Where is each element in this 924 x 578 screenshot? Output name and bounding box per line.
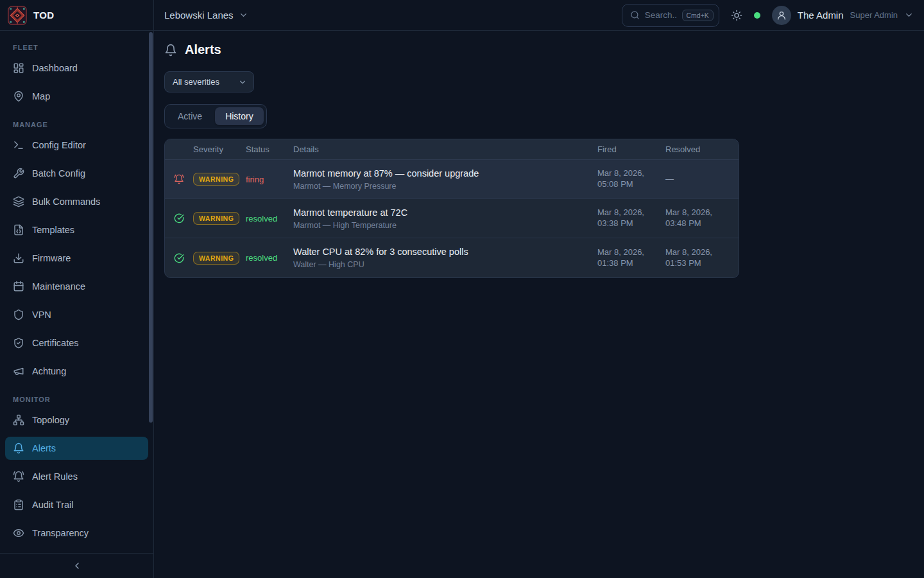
sidebar-item-dashboard[interactable]: Dashboard [5, 57, 148, 80]
sidebar-item-label: Certificates [32, 338, 79, 348]
download-icon [13, 252, 24, 264]
alerts-table-body: WARNINGfiringMarmot memory at 87% — cons… [165, 160, 739, 277]
sidebar-item-audit-trail[interactable]: Audit Trail [5, 493, 148, 516]
sidebar-item-label: Topology [32, 415, 69, 425]
sidebar-header: TOD [0, 0, 153, 31]
header-right-group: Cmd+K The Admin Super Admin [622, 4, 914, 27]
sidebar-item-certificates[interactable]: Certificates [5, 331, 148, 355]
sidebar-nav: FLEETDashboardMapMANAGEConfig EditorBatc… [0, 31, 153, 553]
alert-row[interactable]: WARNINGresolvedWalter CPU at 82% for 3 c… [165, 238, 739, 277]
theme-toggle-button[interactable] [731, 10, 742, 21]
bell-ring-icon [165, 174, 193, 184]
global-search[interactable]: Cmd+K [622, 4, 719, 27]
topology-icon [13, 414, 24, 426]
shield-icon [13, 309, 24, 320]
severity-cell: WARNING [193, 173, 246, 186]
dashboard-icon [13, 62, 24, 74]
layers-icon [13, 196, 24, 207]
sidebar-item-firmware[interactable]: Firmware [5, 247, 148, 270]
alerts-view-tabs: Active History [164, 104, 267, 128]
sidebar-collapse-button[interactable] [68, 557, 86, 575]
org-selector[interactable]: Lebowski Lanes [164, 10, 248, 21]
eye-icon [13, 527, 24, 539]
fired-cell: Mar 8, 2026, 03:38 PM [597, 207, 665, 229]
connection-status-dot [754, 12, 760, 19]
fired-cell: Mar 8, 2026, 01:38 PM [597, 247, 665, 269]
sun-icon [731, 10, 742, 21]
alert-row[interactable]: WARNINGfiringMarmot memory at 87% — cons… [165, 160, 739, 199]
alert-subtitle: Marmot — Memory Pressure [293, 182, 587, 191]
search-input[interactable] [645, 10, 677, 20]
bell-ring-icon [13, 471, 24, 482]
sidebar-item-label: Audit Trail [32, 500, 73, 510]
sidebar-item-batch-config[interactable]: Batch Config [5, 162, 148, 185]
column-status: Status [246, 144, 293, 154]
nav-section-label-fleet: FLEET [5, 44, 148, 51]
sidebar-item-map[interactable]: Map [5, 85, 148, 108]
sidebar-scrollbar[interactable] [149, 32, 153, 423]
sidebar-item-templates[interactable]: Templates [5, 218, 148, 241]
sidebar-item-topology[interactable]: Topology [5, 408, 148, 432]
search-icon [630, 10, 640, 20]
sidebar-item-label: Config Editor [32, 140, 86, 150]
bell-icon [13, 442, 24, 454]
resolved-cell: Mar 8, 2026, 01:53 PM [665, 247, 739, 269]
severity-badge: WARNING [193, 173, 239, 186]
megaphone-icon [13, 365, 24, 377]
sidebar-item-alert-rules[interactable]: Alert Rules [5, 465, 148, 488]
details-cell: Walter CPU at 82% for 3 consecutive poll… [293, 240, 597, 276]
tab-active[interactable]: Active [167, 107, 212, 125]
column-severity: Severity [193, 144, 246, 154]
sidebar-item-achtung[interactable]: Achtung [5, 360, 148, 383]
sidebar-footer [0, 553, 153, 578]
sidebar-item-maintenance[interactable]: Maintenance [5, 275, 148, 298]
brand-logo-icon [8, 6, 27, 25]
alerts-table: Severity Status Details Fired Resolved W… [164, 139, 739, 278]
severity-filter-select[interactable]: All severities [164, 71, 254, 92]
wrench-icon [13, 168, 24, 179]
terminal-icon [13, 139, 24, 151]
severity-badge: WARNING [193, 252, 239, 265]
sidebar-item-label: Firmware [32, 253, 71, 263]
main-content: Alerts All severities Active History Sev… [154, 31, 924, 578]
map-pin-icon [13, 91, 24, 102]
page-title-row: Alerts [164, 42, 914, 57]
app-root: TOD FLEETDashboardMapMANAGEConfig Editor… [0, 0, 924, 578]
sidebar-item-config-editor[interactable]: Config Editor [5, 134, 148, 157]
page-title: Alerts [185, 42, 221, 57]
sidebar-item-vpn[interactable]: VPN [5, 303, 148, 326]
sidebar-item-label: Maintenance [32, 281, 85, 292]
sidebar-item-alerts[interactable]: Alerts [5, 437, 148, 460]
status-cell: resolved [246, 214, 293, 223]
severity-cell: WARNING [193, 252, 246, 265]
brand-name: TOD [33, 10, 54, 21]
nav-section-label-manage: MANAGE [5, 121, 148, 128]
search-shortcut-badge: Cmd+K [682, 10, 714, 21]
sidebar: TOD FLEETDashboardMapMANAGEConfig Editor… [0, 0, 154, 578]
alert-subtitle: Marmot — High Temperature [293, 221, 587, 230]
fired-cell: Mar 8, 2026, 05:08 PM [597, 168, 665, 190]
user-menu[interactable]: The Admin Super Admin [772, 6, 914, 25]
org-selector-label: Lebowski Lanes [164, 10, 234, 21]
top-header: Lebowski Lanes Cmd+K The Admin Super Adm… [154, 0, 924, 31]
alert-subtitle: Walter — High CPU [293, 260, 587, 269]
column-fired: Fired [597, 144, 665, 154]
sidebar-item-bulk-commands[interactable]: Bulk Commands [5, 190, 148, 213]
alert-title: Marmot memory at 87% — consider upgrade [293, 168, 587, 179]
resolved-cell: Mar 8, 2026, 03:48 PM [665, 207, 739, 229]
resolved-cell: — [665, 174, 739, 185]
sidebar-item-label: Batch Config [32, 168, 85, 179]
calendar-icon [13, 281, 24, 292]
sidebar-item-label: Bulk Commands [32, 197, 100, 207]
sidebar-item-label: Transparency [32, 528, 89, 538]
severity-cell: WARNING [193, 212, 246, 225]
user-role: Super Admin [850, 10, 898, 20]
severity-filter-value: All severities [173, 77, 219, 87]
sidebar-item-label: VPN [32, 310, 51, 320]
alert-title: Marmot temperature at 72C [293, 207, 587, 218]
tab-history[interactable]: History [215, 107, 264, 125]
alert-row[interactable]: WARNINGresolvedMarmot temperature at 72C… [165, 199, 739, 238]
sidebar-item-transparency[interactable]: Transparency [5, 521, 148, 545]
bell-icon [164, 44, 177, 57]
column-resolved: Resolved [665, 144, 739, 154]
